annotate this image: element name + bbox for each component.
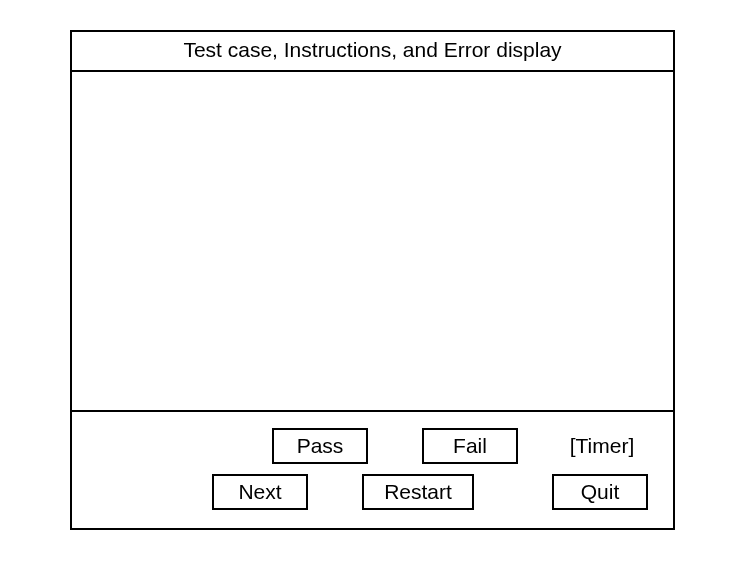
timer-label: [Timer] bbox=[562, 434, 642, 458]
header-bar: Test case, Instructions, and Error displ… bbox=[72, 32, 673, 72]
fail-button[interactable]: Fail bbox=[422, 428, 518, 464]
pass-button[interactable]: Pass bbox=[272, 428, 368, 464]
content-area bbox=[72, 72, 673, 410]
header-title: Test case, Instructions, and Error displ… bbox=[183, 38, 561, 61]
quit-button[interactable]: Quit bbox=[552, 474, 648, 510]
restart-button[interactable]: Restart bbox=[362, 474, 474, 510]
next-button[interactable]: Next bbox=[212, 474, 308, 510]
app-frame: Test case, Instructions, and Error displ… bbox=[70, 30, 675, 530]
footer-bar: Pass Fail [Timer] Next Restart Quit bbox=[72, 410, 673, 528]
